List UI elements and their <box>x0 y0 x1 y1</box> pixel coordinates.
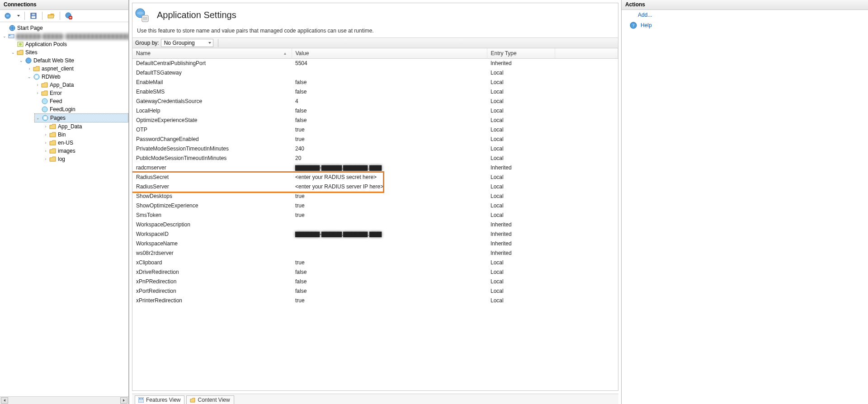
globe-stop-icon[interactable] <box>65 12 73 20</box>
tree-pages-appdata[interactable]: ›App_Data <box>42 122 128 131</box>
table-row[interactable]: RadiusSecret<enter your RADIUS secret he… <box>132 173 618 182</box>
table-row[interactable]: OptimizeExperienceStatefalseLocal <box>132 116 618 125</box>
expander-closed-icon[interactable]: › <box>43 157 48 161</box>
cell-empty <box>555 201 618 211</box>
table-row[interactable]: PublicModeSessionTimeoutInMinutes20Local <box>132 154 618 163</box>
table-row[interactable]: radcmserver▇▇▇▇▇▇-▇▇▇▇▇.▇▇▇▇▇▇.▇▇▇Inheri… <box>132 163 618 173</box>
table-row[interactable]: xClipboardtrueLocal <box>132 258 618 268</box>
tree-sites[interactable]: ⌄ Sites <box>10 48 128 56</box>
table-row[interactable]: WorkspaceID▇▇▇▇▇▇-▇▇▇▇▇.▇▇▇▇▇▇.▇▇▇Inheri… <box>132 230 618 239</box>
expander-open-icon[interactable]: ⌄ <box>19 58 24 63</box>
toolbar-separator <box>60 12 60 20</box>
cell-name: LocalHelp <box>132 106 292 116</box>
settings-table-area: Name▲ Value Entry Type DefaultCentralPub… <box>132 48 618 390</box>
tree-appdata[interactable]: ›App_Data <box>34 81 128 89</box>
table-row[interactable]: EnableSMSfalseLocal <box>132 87 618 97</box>
action-help[interactable]: ? Help <box>622 20 868 31</box>
cell-value: true <box>292 192 487 201</box>
settings-table[interactable]: Name▲ Value Entry Type DefaultCentralPub… <box>132 48 618 305</box>
table-row[interactable]: WorkspaceDescriptionInherited <box>132 220 618 230</box>
folder-open-icon[interactable] <box>47 12 55 20</box>
table-row[interactable]: xPortRedirectionfalseLocal <box>132 287 618 296</box>
table-row[interactable]: GatewayCredentialsSource4Local <box>132 97 618 106</box>
cell-name: EnableMail <box>132 78 292 87</box>
cell-name: OTP <box>132 125 292 135</box>
cell-value: <enter your RADIUS server IP here> <box>292 182 487 192</box>
cell-entry-type: Local <box>487 125 555 135</box>
table-row[interactable]: SmsTokentrueLocal <box>132 211 618 220</box>
toolbar-dropdown-icon[interactable] <box>17 15 20 17</box>
cell-empty <box>555 59 618 69</box>
globe-refresh-icon[interactable] <box>4 12 12 20</box>
save-icon[interactable] <box>29 12 38 20</box>
table-row[interactable]: ws08r2rdserverInherited <box>132 249 618 258</box>
table-row[interactable]: OTPtrueLocal <box>132 125 618 135</box>
page-title-row: Application Settings <box>132 3 618 23</box>
cell-name: SmsToken <box>132 211 292 220</box>
cell-entry-type: Local <box>487 211 555 220</box>
scroll-right-icon[interactable] <box>120 397 127 404</box>
tree-rdweb[interactable]: ⌄ RDWeb <box>26 73 128 81</box>
scroll-left-icon[interactable] <box>1 397 8 404</box>
tree-pages[interactable]: ⌄ Pages <box>34 113 128 122</box>
tree-horizontal-scrollbar[interactable] <box>0 396 128 404</box>
table-row[interactable]: PasswordChangeEnabledtrueLocal <box>132 135 618 144</box>
table-row[interactable]: DefaultCentralPublishingPort5504Inherite… <box>132 59 618 69</box>
table-row[interactable]: WorkspaceNameInherited <box>132 239 618 249</box>
expander-closed-icon[interactable]: › <box>27 66 32 71</box>
table-header-row[interactable]: Name▲ Value Entry Type <box>132 48 618 59</box>
webapp-icon <box>41 106 48 113</box>
cell-empty <box>555 277 618 287</box>
svg-rect-25 <box>139 398 141 399</box>
col-header-value[interactable]: Value <box>292 48 487 59</box>
table-row[interactable]: xDriveRedirectionfalseLocal <box>132 268 618 277</box>
expander-open-icon[interactable]: ⌄ <box>27 75 32 79</box>
tree-pages-bin[interactable]: ›Bin <box>42 131 128 139</box>
expander-closed-icon[interactable]: › <box>43 124 48 129</box>
cell-value <box>292 220 487 230</box>
tree-start-page[interactable]: Start Page <box>2 24 128 32</box>
expander-open-icon[interactable]: ⌄ <box>36 116 40 120</box>
tree-aspnet-client[interactable]: › aspnet_client <box>26 65 128 73</box>
connections-tree[interactable]: Start Page ⌄ ▇▇▇▇▇▇-▇▇▇▇▇ (▇▇▇▇▇▇▇▇▇▇▇▇▇… <box>0 22 128 404</box>
tab-features-view[interactable]: Features View <box>135 395 184 404</box>
expander-closed-icon[interactable]: › <box>43 149 48 153</box>
folder-icon <box>49 147 57 155</box>
tree-feedlogin[interactable]: FeedLogin <box>34 105 128 113</box>
expander-closed-icon[interactable]: › <box>35 91 40 95</box>
tree-pages-images[interactable]: ›images <box>42 147 128 155</box>
action-add[interactable]: Add... <box>622 10 868 20</box>
expander-closed-icon[interactable]: › <box>43 141 48 145</box>
tree-feed[interactable]: Feed <box>34 97 128 105</box>
group-by-select[interactable]: No Grouping <box>161 39 213 47</box>
cell-entry-type: Local <box>487 154 555 163</box>
cell-name: xDriveRedirection <box>132 268 292 277</box>
tree-label: FeedLogin <box>50 106 75 113</box>
tree-app-pools[interactable]: Application Pools <box>10 40 128 48</box>
tree-server[interactable]: ⌄ ▇▇▇▇▇▇-▇▇▇▇▇ (▇▇▇▇▇▇▇▇▇▇▇▇▇▇▇▇▇) <box>2 32 128 40</box>
expander-open-icon[interactable]: ⌄ <box>3 34 6 38</box>
cell-entry-type: Inherited <box>487 163 555 173</box>
cell-empty <box>555 268 618 277</box>
tab-content-view[interactable]: Content View <box>186 395 234 404</box>
table-row[interactable]: xPnPRedirectionfalseLocal <box>132 277 618 287</box>
table-row[interactable]: ShowOptimizeExperiencetrueLocal <box>132 201 618 211</box>
table-row[interactable]: PrivateModeSessionTimeoutInMinutes240Loc… <box>132 144 618 154</box>
table-row[interactable]: xPrinterRedirectiontrueLocal <box>132 296 618 305</box>
folder-icon <box>41 89 48 97</box>
table-row[interactable]: EnableMailfalseLocal <box>132 78 618 87</box>
tree-default-site[interactable]: ⌄ Default Web Site <box>18 56 128 65</box>
cell-name: xClipboard <box>132 258 292 268</box>
col-header-name[interactable]: Name▲ <box>132 48 292 59</box>
expander-closed-icon[interactable]: › <box>35 83 40 87</box>
table-row[interactable]: ShowDesktopstrueLocal <box>132 192 618 201</box>
expander-closed-icon[interactable]: › <box>43 132 48 137</box>
table-row[interactable]: RadiusServer<enter your RADIUS server IP… <box>132 182 618 192</box>
table-row[interactable]: DefaultTSGatewayLocal <box>132 68 618 78</box>
tree-pages-log[interactable]: ›log <box>42 155 128 163</box>
tree-error[interactable]: ›Error <box>34 89 128 97</box>
tree-pages-enus[interactable]: ›en-US <box>42 139 128 147</box>
expander-open-icon[interactable]: ⌄ <box>11 50 15 55</box>
table-row[interactable]: LocalHelpfalseLocal <box>132 106 618 116</box>
col-header-entry-type[interactable]: Entry Type <box>487 48 555 59</box>
